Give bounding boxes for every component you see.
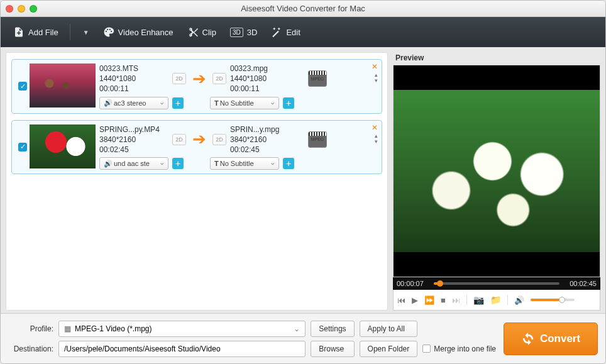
add-file-button[interactable]: Add File <box>8 23 63 41</box>
stop-button[interactable]: ■ <box>441 295 446 305</box>
video-enhance-label: Video Enhance <box>118 28 174 37</box>
window-title: Aiseesoft Video Converter for Mac <box>1 4 605 13</box>
scissors-icon <box>187 26 199 38</box>
volume-slider[interactable] <box>531 299 575 301</box>
reorder-handle[interactable]: ▴▾ <box>375 133 378 145</box>
convert-icon <box>521 332 535 346</box>
source-duration: 00:00:11 <box>99 84 168 94</box>
merge-checkbox-box[interactable] <box>422 345 431 353</box>
add-subtitle-button[interactable]: + <box>283 97 294 109</box>
source-2d-badge: 2D <box>172 134 186 145</box>
output-filename: SPRIN...y.mpg <box>230 124 299 135</box>
output-info: SPRIN...y.mpg 3840*2160 00:02:45 <box>230 124 299 155</box>
open-snapshot-folder-button[interactable]: 📁 <box>490 295 501 305</box>
audio-value: und aac ste <box>114 160 150 167</box>
three-d-icon: 3D <box>230 28 243 37</box>
audio-track-dropdown[interactable]: 🔊und aac ste <box>99 157 168 170</box>
output-2d-badge: 2D <box>212 134 226 145</box>
next-button[interactable]: ⏭ <box>452 295 460 305</box>
edit-button[interactable]: Edit <box>266 23 305 41</box>
file-list: ✕ ▴▾ ✓ 00323.MTS 1440*1080 00:00:11 2D ➔… <box>6 52 388 311</box>
add-file-icon <box>13 26 25 38</box>
audio-track-dropdown[interactable]: 🔊ac3 stereo <box>99 97 168 109</box>
profile-label: Profile: <box>8 324 53 333</box>
titlebar: Aiseesoft Video Converter for Mac <box>1 1 605 17</box>
volume-icon[interactable]: 🔊 <box>514 295 524 305</box>
clip-button[interactable]: Clip <box>182 23 221 41</box>
output-info: 00323.mpg 1440*1080 00:00:11 <box>230 63 299 94</box>
minimize-window-button[interactable] <box>18 5 25 13</box>
snapshot-button[interactable]: 📷 <box>473 295 484 305</box>
wand-icon <box>271 26 282 38</box>
arrow-right-icon: ➔ <box>192 130 206 149</box>
format-icon[interactable]: MPEG <box>308 131 327 148</box>
merge-checkbox[interactable]: Merge into one file <box>422 345 496 353</box>
convert-label: Convert <box>540 333 580 345</box>
source-info: SPRING...py.MP4 3840*2160 00:02:45 <box>99 124 168 155</box>
source-resolution: 1440*1080 <box>99 74 168 84</box>
toolbar: Add File ▼ Video Enhance Clip 3D 3D Edit <box>1 17 605 47</box>
destination-value: /Users/pele/Documents/Aiseesoft Studio/V… <box>64 345 221 353</box>
destination-label: Destination: <box>8 345 53 353</box>
add-file-dropdown[interactable]: ▼ <box>77 25 94 40</box>
profile-value: MPEG-1 Video (*.mpg) <box>75 324 152 333</box>
item-checkbox[interactable]: ✓ <box>18 82 27 91</box>
reorder-handle[interactable]: ▴▾ <box>375 72 378 84</box>
audio-value: ac3 stereo <box>114 99 146 107</box>
add-file-label: Add File <box>28 28 58 37</box>
subtitle-value: No Subtitle <box>220 160 254 167</box>
file-item[interactable]: ✕ ▴▾ ✓ SPRING...py.MP4 3840*2160 00:02:4… <box>11 120 382 175</box>
palette-icon <box>103 26 114 38</box>
close-window-button[interactable] <box>6 5 13 13</box>
open-folder-button[interactable]: Open Folder <box>360 341 418 357</box>
profile-dropdown[interactable]: MPEG-1 Video (*.mpg) <box>58 321 306 337</box>
convert-button[interactable]: Convert <box>504 323 598 355</box>
output-duration: 00:00:11 <box>230 84 299 94</box>
output-resolution: 1440*1080 <box>230 74 299 84</box>
play-button[interactable]: ▶ <box>412 295 418 305</box>
source-2d-badge: 2D <box>172 73 186 84</box>
zoom-window-button[interactable] <box>30 5 37 13</box>
bottom-bar: Profile: MPEG-1 Video (*.mpg) Settings A… <box>1 313 605 363</box>
three-d-label: 3D <box>247 28 258 37</box>
add-audio-button[interactable]: + <box>172 97 184 109</box>
remove-item-button[interactable]: ✕ <box>372 123 378 132</box>
video-enhance-button[interactable]: Video Enhance <box>98 23 179 41</box>
destination-input[interactable]: /Users/pele/Documents/Aiseesoft Studio/V… <box>58 341 306 357</box>
settings-button[interactable]: Settings <box>311 321 354 337</box>
fast-forward-button[interactable]: ⏩ <box>424 295 434 305</box>
preview-label: Preview <box>393 52 600 65</box>
format-icon[interactable]: MPEG <box>308 70 327 87</box>
clip-label: Clip <box>202 28 216 37</box>
source-filename: 00323.MTS <box>99 63 168 74</box>
preview-video[interactable] <box>393 65 600 277</box>
preview-seek-slider[interactable] <box>434 282 559 285</box>
video-thumbnail[interactable] <box>30 63 96 108</box>
add-audio-button[interactable]: + <box>172 158 184 169</box>
subtitle-dropdown[interactable]: TNo Subtitle <box>210 157 279 170</box>
remove-item-button[interactable]: ✕ <box>372 62 378 71</box>
prev-button[interactable]: ⏮ <box>397 295 405 305</box>
preview-time-total: 00:02:45 <box>570 280 597 287</box>
output-filename: 00323.mpg <box>230 63 299 74</box>
apply-to-all-button[interactable]: Apply to All <box>360 321 418 337</box>
output-duration: 00:02:45 <box>230 145 299 155</box>
preview-time-current: 00:00:07 <box>397 280 424 287</box>
source-filename: SPRING...py.MP4 <box>99 124 168 135</box>
preview-frame <box>394 90 600 253</box>
arrow-right-icon: ➔ <box>192 69 206 89</box>
source-resolution: 3840*2160 <box>99 135 168 145</box>
source-duration: 00:02:45 <box>99 145 168 155</box>
add-subtitle-button[interactable]: + <box>283 158 294 169</box>
file-item[interactable]: ✕ ▴▾ ✓ 00323.MTS 1440*1080 00:00:11 2D ➔… <box>11 59 382 114</box>
subtitle-value: No Subtitle <box>220 99 254 107</box>
merge-label: Merge into one file <box>434 345 496 353</box>
subtitle-dropdown[interactable]: TNo Subtitle <box>210 97 279 109</box>
video-thumbnail[interactable] <box>30 124 96 168</box>
item-checkbox[interactable]: ✓ <box>18 143 27 152</box>
edit-label: Edit <box>286 28 300 37</box>
browse-button[interactable]: Browse <box>311 341 354 357</box>
three-d-button[interactable]: 3D 3D <box>225 24 262 41</box>
source-info: 00323.MTS 1440*1080 00:00:11 <box>99 63 168 94</box>
output-resolution: 3840*2160 <box>230 135 299 145</box>
